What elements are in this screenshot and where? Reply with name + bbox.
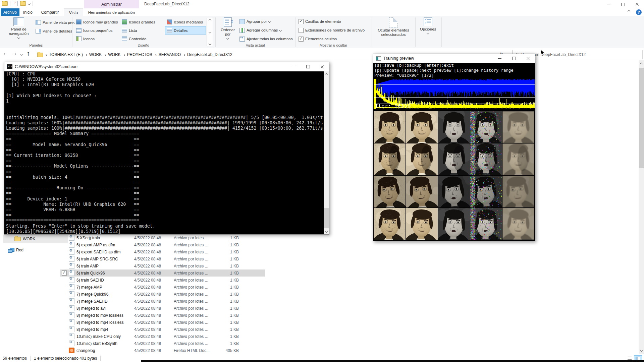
sort-by-button[interactable]: Ordenar por — [218, 17, 237, 39]
table-row[interactable]: 8) merged to mp4 lossless4/5/2022 08:48A… — [60, 319, 639, 326]
table-row[interactable]: 8) merged to mp44/5/2022 08:48Archivo po… — [60, 326, 639, 333]
checkbox-doc-icon[interactable] — [13, 1, 18, 6]
table-row[interactable]: 8) merged to avi4/5/2022 08:48Archivo po… — [60, 305, 639, 312]
view-checkbox-row[interactable]: Casillas de elemento — [299, 18, 341, 24]
view-icon — [167, 28, 172, 33]
tab-inicio[interactable]: Inicio — [19, 8, 36, 16]
options-button[interactable]: Opciones — [417, 17, 439, 34]
tab-vista[interactable]: Vista — [64, 8, 83, 16]
layout-option[interactable]: Contenido — [120, 35, 165, 43]
file-list-scrollbar[interactable] — [639, 60, 644, 354]
preview-face-swapped-result — [502, 143, 534, 175]
breadcrumb-item[interactable]: DeepFaceLab_DirectX12 — [186, 52, 233, 57]
tab-compartir[interactable]: Compartir — [36, 8, 64, 16]
scroll-down-icon[interactable] — [640, 349, 643, 352]
checkbox-icon[interactable] — [299, 37, 304, 42]
checkbox-icon[interactable] — [299, 19, 304, 24]
table-row[interactable]: 5.XSeg) train4/5/2022 08:48Archivo por l… — [60, 234, 639, 241]
maximize-button[interactable] — [507, 54, 521, 63]
layout-option[interactable]: Detalles — [165, 26, 206, 35]
breadcrumb-item[interactable]: SERVANDO — [158, 52, 182, 57]
gallery-scrollbar[interactable] — [207, 18, 213, 46]
scroll-up-icon[interactable] — [325, 73, 328, 76]
checkbox-icon[interactable] — [299, 28, 304, 33]
scrollbar-thumb[interactable] — [639, 68, 644, 168]
breadcrumb-item[interactable]: TOSHIBA EXT (E:) — [48, 52, 84, 57]
preview-face-destination-reconstruction — [470, 111, 502, 143]
close-button[interactable] — [521, 54, 535, 63]
history-chevron-icon[interactable] — [20, 53, 23, 56]
layout-option[interactable]: Iconos — [74, 35, 120, 43]
folder-icon[interactable] — [20, 1, 26, 6]
table-row[interactable]: 6) train AMP SRC-SRC4/5/2022 08:48Archiv… — [60, 255, 639, 262]
ribbon-collapse-icon[interactable] — [628, 10, 630, 13]
file-date: 4/5/2022 08:48 — [134, 306, 174, 311]
explorer-titlebar[interactable]: Administrar DeepFaceLab_DirectX12 — [0, 0, 644, 8]
folder-icon[interactable] — [2, 1, 8, 6]
breadcrumb-chevron-icon[interactable] — [85, 52, 87, 57]
table-row[interactable]: 7) merge AMP4/5/2022 08:48Archivo por lo… — [60, 284, 639, 291]
add-columns-button[interactable]: Agregar columnas — [239, 27, 281, 33]
minimize-button[interactable] — [493, 54, 507, 63]
table-row[interactable]: 6) export SAEHD as dfm4/5/2022 08:48Arch… — [60, 248, 639, 255]
close-button[interactable] — [630, 0, 644, 8]
tab-archivo[interactable]: Archivo — [1, 8, 19, 16]
scroll-up-icon[interactable] — [640, 63, 643, 65]
breadcrumb-item[interactable]: WORK — [107, 52, 121, 57]
close-button[interactable] — [315, 62, 329, 71]
table-row[interactable]: 6) train SAEHD4/5/2022 08:48Archivo por … — [60, 277, 639, 284]
layout-option[interactable]: Lista — [120, 26, 165, 35]
size-columns-button[interactable]: Ajustar todas las columnas — [239, 36, 292, 42]
up-icon[interactable]: ↑ — [26, 51, 31, 57]
row-checkbox[interactable] — [62, 270, 67, 276]
taskbar-strip[interactable] — [141, 360, 644, 362]
breadcrumb-chevron-icon[interactable] — [104, 52, 106, 57]
maximize-button[interactable] — [301, 62, 315, 71]
file-date: 4/5/2022 08:48 — [134, 320, 174, 325]
view-checkbox-row[interactable]: Extensiones de nombre de archivo — [299, 27, 365, 33]
sidebar-item-work[interactable]: WORK — [3, 235, 68, 243]
hide-selected-button[interactable]: Ocultar elementos seleccionados — [374, 17, 413, 37]
sidebar-item-red[interactable]: Red — [3, 246, 62, 254]
help-icon[interactable]: ? — [636, 9, 642, 15]
minimize-button[interactable] — [602, 0, 616, 8]
table-row[interactable]: 6) train Quick964/5/2022 08:48Archivo po… — [60, 269, 265, 277]
table-row[interactable]: 10.misc) make CPU only4/5/2022 08:48Arch… — [60, 333, 639, 340]
scroll-up-icon[interactable] — [208, 19, 211, 22]
table-row[interactable]: changelog4/5/2022 08:48Firefox HTML Doc.… — [60, 347, 639, 354]
breadcrumb-chevron-icon[interactable] — [45, 52, 47, 57]
table-row[interactable]: 7) merge Quick964/5/2022 08:48Archivo po… — [60, 291, 639, 298]
breadcrumb-item[interactable]: WORK — [88, 52, 103, 57]
table-row[interactable]: 6) train AMP4/5/2022 08:48Archivo por lo… — [60, 262, 639, 269]
table-row[interactable]: 7) merge SAEHD4/5/2022 08:48Archivo por … — [60, 298, 639, 305]
back-icon[interactable]: ← — [3, 51, 8, 57]
table-row[interactable]: 10.misc) start EBSynth4/5/2022 08:48Arch… — [60, 340, 639, 347]
view-checkbox-row[interactable]: Elementos ocultos — [299, 36, 337, 42]
layout-option[interactable]: Iconos muy grandes — [74, 18, 120, 26]
layout-option[interactable]: Iconos medianos — [165, 18, 206, 26]
group-label-vista-actual: Vista actual — [215, 43, 295, 47]
cmd-scrollbar[interactable] — [324, 71, 329, 234]
group-by-button[interactable]: Agrupar por — [239, 18, 271, 24]
nav-pane-button[interactable]: Panel de navegación — [3, 17, 35, 39]
chevron-down-icon[interactable] — [28, 2, 31, 5]
breadcrumb-chevron-icon[interactable] — [183, 52, 185, 57]
details-pane-button[interactable]: Panel de detalles — [36, 28, 72, 34]
breadcrumb-chevron-icon[interactable] — [155, 52, 156, 57]
scroll-down-icon[interactable] — [325, 230, 328, 233]
scroll-down-icon[interactable] — [208, 31, 211, 33]
minimize-button[interactable] — [287, 62, 301, 71]
cmd-titlebar[interactable]: C:\WINDOWS\system32\cmd.exe — [4, 62, 329, 71]
tab-herramientas[interactable]: Herramientas de aplicación — [84, 8, 139, 16]
training-preview-titlebar[interactable]: Training preview — [373, 54, 535, 63]
layout-option[interactable]: Iconos pequeños — [74, 26, 120, 35]
table-row[interactable]: 8) merged to mov lossless4/5/2022 08:48A… — [60, 312, 639, 319]
maximize-button[interactable] — [616, 0, 630, 8]
breadcrumb-item[interactable]: PROYECTOS — [126, 52, 153, 57]
chevron-right-icon — [85, 54, 87, 56]
breadcrumb-chevron-icon[interactable] — [123, 52, 125, 57]
scrollbar-thumb[interactable] — [324, 208, 329, 228]
forward-icon[interactable]: → — [12, 51, 16, 57]
layout-option[interactable]: Iconos grandes — [120, 18, 165, 26]
table-row[interactable]: 6) export AMP as dfm4/5/2022 08:48Archiv… — [60, 241, 639, 248]
